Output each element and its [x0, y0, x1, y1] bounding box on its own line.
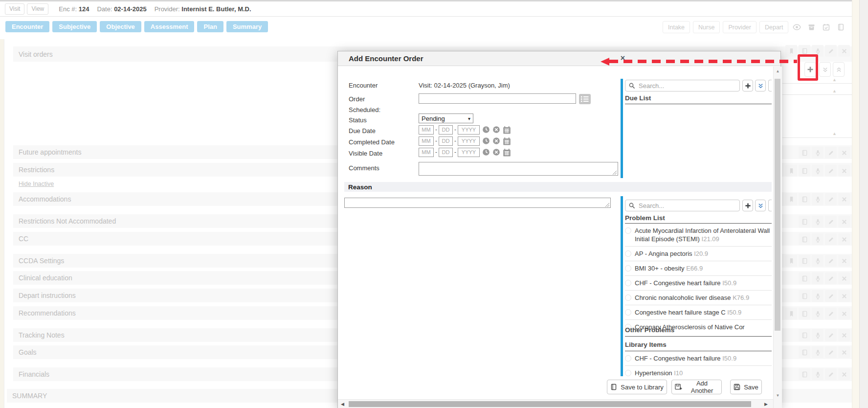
book-icon[interactable] [799, 193, 810, 205]
book-icon[interactable] [799, 308, 810, 319]
microphone-icon[interactable] [812, 233, 823, 245]
expand-all-icon[interactable] [833, 62, 845, 77]
tab-assessment[interactable]: Assessment [144, 21, 195, 32]
clear-circle-icon[interactable] [492, 137, 500, 145]
save-button[interactable]: Save [730, 380, 762, 394]
radio-button[interactable] [625, 370, 631, 376]
calendar-icon[interactable] [503, 126, 511, 134]
scroll-up-icon[interactable]: ▲ [774, 69, 782, 73]
pencil-icon[interactable] [825, 147, 837, 159]
sort-asc-icon[interactable]: ▲ [832, 131, 837, 136]
pencil-icon[interactable] [825, 165, 837, 177]
problem-list-item[interactable]: AP - Angina pectoris I20.9 [625, 247, 772, 261]
clock-icon[interactable] [482, 148, 490, 156]
sort-asc-icon[interactable]: ▲ [832, 77, 837, 82]
calendar-check-icon[interactable] [820, 22, 832, 33]
radio-button[interactable] [625, 309, 631, 316]
close-x-icon[interactable] [838, 216, 850, 227]
sort-asc-icon[interactable]: ▲ [832, 89, 837, 93]
pencil-icon[interactable] [825, 193, 837, 205]
close-x-icon[interactable] [838, 308, 850, 319]
close-x-icon[interactable] [838, 346, 850, 358]
close-x-icon[interactable] [838, 368, 850, 380]
close-x-icon[interactable] [838, 233, 850, 245]
bookmark-icon[interactable] [785, 308, 797, 319]
tab-plan[interactable]: Plan [197, 21, 223, 32]
microphone-icon[interactable] [812, 329, 823, 341]
book-icon[interactable] [799, 147, 810, 159]
radio-button[interactable] [625, 295, 631, 301]
bookmark-icon[interactable] [785, 165, 797, 177]
radio-button[interactable] [625, 227, 631, 234]
nurse-button[interactable]: Nurse [693, 21, 720, 33]
completed-date-year-input[interactable] [458, 136, 480, 146]
collapse-all-icon[interactable] [819, 62, 831, 77]
comments-input[interactable] [419, 162, 618, 176]
tab-encounter[interactable]: Encounter [5, 21, 49, 32]
pencil-icon[interactable] [825, 272, 837, 284]
book-icon[interactable] [799, 329, 810, 341]
visible-date-month-input[interactable] [419, 148, 434, 157]
problem-list-item[interactable]: CHF - Congestive heart failure I50.9 [625, 276, 772, 291]
eye-icon[interactable] [790, 22, 803, 33]
close-x-icon[interactable] [838, 290, 850, 302]
pencil-icon[interactable] [825, 368, 837, 380]
problem-list-item[interactable]: Acute Myocardial Infarction of Anterolat… [625, 224, 772, 247]
close-x-icon[interactable] [838, 329, 850, 341]
microphone-icon[interactable] [812, 255, 823, 267]
problem-list-item[interactable]: Chronic nonalcoholic liver disease K76.9 [625, 291, 772, 305]
scroll-left-icon[interactable]: ◀ [341, 402, 344, 407]
scroll-down-icon[interactable]: ▼ [774, 393, 782, 398]
book-icon[interactable] [799, 272, 810, 284]
view-button[interactable]: View [27, 3, 48, 15]
depart-button[interactable]: Depart [759, 21, 789, 33]
clear-circle-icon[interactable] [492, 148, 500, 156]
book-icon[interactable] [799, 368, 810, 380]
tab-subjective[interactable]: Subjective [52, 21, 97, 32]
clock-icon[interactable] [482, 137, 490, 145]
collapse-all-icon[interactable] [755, 80, 766, 91]
due-search-input[interactable] [638, 82, 736, 90]
microphone-icon[interactable] [812, 368, 823, 380]
vertical-scrollbar-thumb[interactable] [775, 79, 780, 331]
add-plus-icon[interactable] [742, 200, 753, 211]
close-x-icon[interactable] [838, 45, 850, 57]
close-x-icon[interactable] [838, 193, 850, 205]
pencil-icon[interactable] [825, 233, 837, 245]
clock-icon[interactable] [482, 126, 490, 134]
tab-summary[interactable]: Summary [226, 21, 268, 32]
save-to-library-button[interactable]: Save to Library [607, 380, 667, 394]
radio-button[interactable] [625, 280, 631, 286]
microphone-icon[interactable] [812, 165, 823, 177]
pencil-icon[interactable] [825, 329, 837, 341]
radio-button[interactable] [625, 265, 631, 272]
book-icon[interactable] [834, 22, 847, 33]
reason-search-input[interactable] [638, 202, 736, 210]
add-plus-icon[interactable] [742, 80, 753, 91]
bookmark-icon[interactable] [785, 255, 797, 267]
completed-date-month-input[interactable] [419, 136, 434, 146]
problem-list-item[interactable]: Congestive heart failure stage C I50.9 [625, 305, 772, 320]
scroll-right-icon[interactable]: ▶ [764, 402, 768, 407]
close-x-icon[interactable] [838, 272, 850, 284]
book-icon[interactable] [799, 346, 810, 358]
book-icon[interactable] [799, 255, 810, 267]
add-another-button[interactable]: Add Another [671, 380, 722, 394]
clear-circle-icon[interactable] [492, 126, 500, 134]
close-x-icon[interactable] [838, 165, 850, 177]
visible-date-day-input[interactable] [439, 148, 453, 157]
archive-icon[interactable] [805, 22, 818, 33]
completed-date-day-input[interactable] [439, 136, 453, 146]
close-x-icon[interactable] [838, 255, 850, 267]
book-icon[interactable] [799, 290, 810, 302]
visit-button[interactable]: Visit [5, 3, 24, 15]
microphone-icon[interactable] [812, 308, 823, 319]
microphone-icon[interactable] [812, 147, 823, 159]
due-date-day-input[interactable] [439, 125, 453, 135]
intake-button[interactable]: Intake [663, 21, 690, 33]
provider-button[interactable]: Provider [723, 21, 757, 33]
pencil-icon[interactable] [825, 346, 837, 358]
partial-button[interactable] [768, 200, 772, 211]
pencil-icon[interactable] [825, 255, 837, 267]
due-date-year-input[interactable] [458, 125, 480, 135]
